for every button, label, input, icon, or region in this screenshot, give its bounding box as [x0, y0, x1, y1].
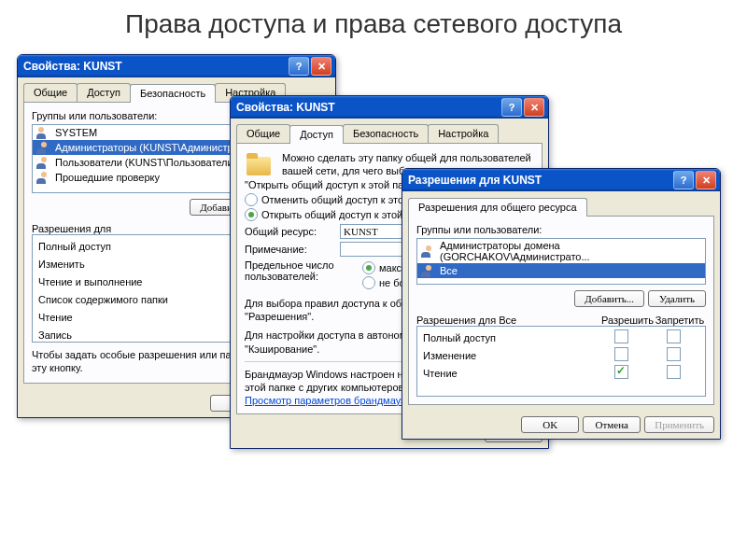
col-deny: Запретить	[654, 315, 706, 326]
checkbox-allow[interactable]	[614, 329, 628, 343]
titlebar[interactable]: Разрешения для KUNST ? ✕	[402, 169, 720, 191]
tab-sharing[interactable]: Доступ	[289, 125, 344, 144]
help-icon[interactable]: ?	[289, 57, 309, 76]
help-icon[interactable]: ?	[673, 171, 694, 189]
remove-button[interactable]: Удалить	[648, 290, 706, 307]
group-icon	[421, 264, 436, 277]
window-share-permissions: Разрешения для KUNST ? ✕ Разрешения для …	[402, 168, 721, 440]
checkbox-deny[interactable]	[667, 329, 681, 343]
permissions-listbox[interactable]: Полный доступ Изменение Чтение	[416, 326, 706, 397]
group-icon	[36, 171, 51, 184]
add-button[interactable]: Добавить...	[574, 290, 644, 307]
comment-label: Примечание:	[245, 244, 334, 255]
groups-label: Группы или пользователи:	[416, 224, 706, 235]
titlebar[interactable]: Свойства: KUNST ? ✕	[231, 96, 548, 119]
radio-icon	[362, 276, 375, 289]
checkbox-deny[interactable]	[667, 365, 681, 379]
users-listbox[interactable]: Администраторы домена (GORCHAKOV\Админис…	[416, 238, 706, 285]
slide-title: Права доступа и права сетевого доступа	[0, 0, 747, 39]
group-icon	[421, 245, 436, 258]
tab-general[interactable]: Общие	[23, 83, 78, 102]
radio-icon	[362, 261, 375, 274]
checkbox-deny[interactable]	[667, 347, 681, 361]
tabs: Разрешения для общего ресурса	[402, 191, 720, 216]
tab-sharing[interactable]: Доступ	[77, 83, 131, 102]
checkbox-allow[interactable]	[614, 365, 628, 379]
radio-icon	[245, 208, 258, 221]
tab-general[interactable]: Общие	[236, 124, 290, 143]
tab-security[interactable]: Безопасность	[130, 84, 216, 103]
window-title: Разрешения для KUNST	[406, 174, 671, 187]
share-name-label: Общий ресурс:	[245, 226, 334, 237]
close-icon[interactable]: ✕	[524, 98, 544, 117]
list-item[interactable]: Все	[417, 263, 705, 278]
perm-row: Изменение	[417, 346, 705, 364]
tabs: Общие Доступ Безопасность Настройка	[231, 119, 548, 143]
titlebar[interactable]: Свойства: KUNST ? ✕	[18, 55, 335, 77]
window-title: Свойства: KUNST	[21, 60, 287, 73]
tab-share-permissions[interactable]: Разрешения для общего ресурса	[408, 198, 587, 217]
help-icon[interactable]: ?	[501, 98, 522, 117]
tab-security[interactable]: Безопасность	[343, 124, 429, 143]
close-icon[interactable]: ✕	[311, 57, 331, 76]
tab-customize[interactable]: Настройка	[428, 124, 499, 143]
checkbox-allow[interactable]	[614, 347, 628, 361]
tab-body: Группы или пользователи: Администраторы …	[408, 216, 714, 405]
user-limit-label: Предельное число пользователей:	[245, 259, 357, 282]
user-icon	[36, 126, 51, 139]
group-icon	[36, 141, 51, 154]
group-icon	[36, 156, 51, 169]
close-icon[interactable]: ✕	[696, 171, 716, 189]
list-item[interactable]: Администраторы домена (GORCHAKOV\Админис…	[417, 239, 705, 263]
perm-row: Полный доступ	[417, 329, 705, 346]
perm-row: Чтение	[417, 364, 705, 382]
folder-share-icon	[245, 151, 275, 177]
cancel-button[interactable]: Отмена	[583, 416, 641, 433]
perm-for-label: Разрешения для Все	[416, 315, 601, 326]
apply-button[interactable]: Применить	[644, 416, 714, 433]
ok-button[interactable]: OK	[521, 416, 579, 433]
window-title: Свойства: KUNST	[234, 101, 500, 114]
col-allow: Разрешить	[601, 315, 654, 326]
radio-icon	[245, 193, 258, 206]
